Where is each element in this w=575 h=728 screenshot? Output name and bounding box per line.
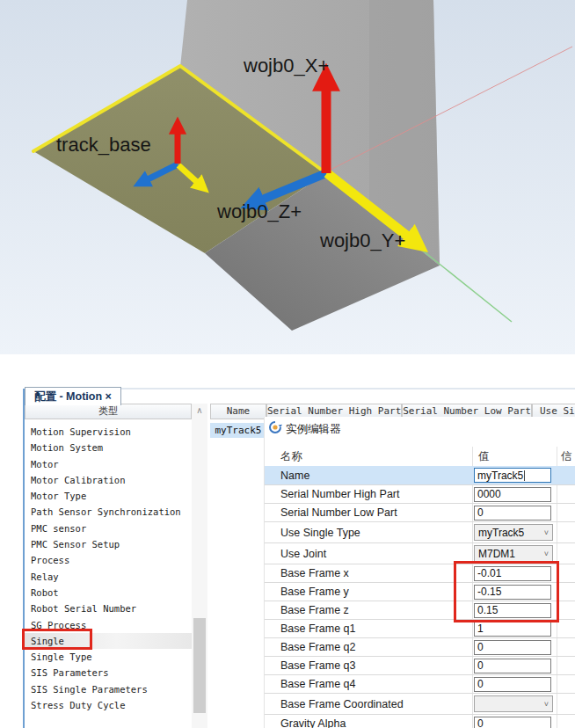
editor-row-base-frame-coordinated: Base Frame Coordinated˅	[265, 694, 575, 715]
editor-row-label: Serial Number High Part	[280, 488, 399, 500]
editor-row-label: Base Frame q3	[280, 659, 355, 672]
type-list-item-motor[interactable]: Motor	[25, 456, 192, 472]
type-list-item-motor-calibration[interactable]: Motor Calibration	[25, 472, 192, 488]
editor-row-base-frame-q1: Base Frame q11	[265, 620, 575, 638]
editor-row-label: Use Joint	[280, 548, 326, 560]
editor-select-use-joint[interactable]: M7DM1˅	[474, 545, 553, 562]
type-list-item-pmc-sensor-setup[interactable]: PMC Sensor Setup	[25, 536, 192, 552]
editor-select-use-single-type[interactable]: myTrack5˅	[474, 524, 553, 541]
editor-row-name: NamemyTrack5	[265, 466, 575, 485]
track-base-label: track_base	[56, 134, 151, 157]
instance-editor-title: 实例编辑器	[286, 422, 341, 437]
type-list-item-sis-parameters[interactable]: SIS Parameters	[25, 665, 192, 681]
editor-input-name[interactable]: myTrack5	[474, 468, 551, 483]
editor-input-base-frame-q3[interactable]: 0	[474, 659, 551, 673]
editor-row-label: Base Frame Coordinated	[280, 698, 404, 710]
input-value: 0	[477, 659, 484, 672]
editor-input-base-frame-q2[interactable]: 0	[474, 640, 551, 655]
input-value: 0	[477, 717, 484, 728]
editor-row-label: Name	[280, 470, 309, 482]
type-list: Motion SupervisionMotion SystemMotorMoto…	[25, 424, 192, 713]
editor-row-label: Base Frame q1	[280, 622, 355, 635]
editor-row-label: Base Frame q4	[280, 678, 355, 690]
editor-row-use-single-type: Use Single TypemyTrack5˅	[265, 522, 575, 543]
editor-row-base-frame-q2: Base Frame q20	[265, 638, 575, 657]
input-value: 0	[477, 641, 484, 653]
editor-row-label: Use Single Type	[280, 527, 360, 539]
editor-row-label: Serial Number Low Part	[280, 506, 397, 519]
type-list-item-motion-supervision[interactable]: Motion Supervision	[25, 424, 192, 440]
type-list-item-robot-serial-number[interactable]: Robot Serial Number	[25, 601, 192, 616]
editor-header-name: 名称	[280, 449, 302, 464]
type-list-item-pmc-sensor[interactable]: PMC sensor	[25, 521, 192, 536]
text-caret	[524, 470, 525, 481]
type-list-item-single-type[interactable]: Single Type	[25, 649, 192, 665]
chevron-down-icon: ˅	[544, 700, 549, 709]
editor-row-label: Gravity Alpha	[280, 717, 346, 728]
grid-cell-name[interactable]: myTrack5	[210, 423, 266, 438]
input-value: 0000	[477, 488, 501, 500]
grid-header-name[interactable]: Name	[210, 404, 266, 419]
type-list-item-stress-duty-cycle[interactable]: Stress Duty Cycle	[25, 697, 192, 713]
input-value: 1	[477, 622, 484, 635]
type-list-item-motor-type[interactable]: Motor Type	[25, 488, 192, 504]
select-value: myTrack5	[478, 527, 524, 539]
axis-label-y: wojb0_Y+	[320, 229, 405, 252]
3d-viewport[interactable]: track_base wojb0_X+ wojb0_Z+ wojb0_Y+	[0, 0, 575, 354]
type-list-item-process[interactable]: Process	[25, 552, 192, 568]
editor-row-label: Base Frame z	[280, 604, 349, 616]
axis-label-z: wojb0_Z+	[217, 200, 302, 223]
type-list-item-relay[interactable]: Relay	[25, 569, 192, 585]
select-value: M7DM1	[478, 548, 515, 560]
editor-row-gravity-alpha: Gravity Alpha0	[265, 715, 575, 728]
chevron-down-icon: ˅	[544, 550, 549, 558]
instance-editor: 实例编辑器 名称 值 信息 NamemyTrack5Serial Number …	[264, 417, 575, 728]
scrollbar-up-icon[interactable]: ∧	[192, 406, 207, 415]
chevron-down-icon: ˅	[544, 528, 549, 537]
editor-input-base-frame-q1[interactable]: 1	[474, 622, 551, 637]
editor-row-label: Base Frame y	[280, 586, 349, 598]
instance-editor-icon	[268, 420, 282, 434]
annotation-box-single	[22, 629, 92, 650]
type-list-item-motion-system[interactable]: Motion System	[25, 440, 192, 455]
editor-select-base-frame-coordinated[interactable]: ˅	[474, 695, 553, 712]
type-list-item-path-sensor-synchronization[interactable]: Path Sensor Synchronization	[25, 504, 192, 520]
type-column-header[interactable]: 类型	[25, 404, 192, 419]
type-list-item-sis-single-parameters[interactable]: SIS Single Parameters	[25, 681, 192, 697]
input-value: myTrack5	[477, 470, 523, 482]
editor-header-row: 名称 值 信息	[265, 447, 575, 467]
editor-input-base-frame-q4[interactable]: 0	[474, 677, 551, 692]
editor-header-value: 值	[478, 449, 490, 464]
input-value: 0	[477, 506, 484, 519]
editor-row-serial-number-high-part: Serial Number High Part0000	[265, 485, 575, 504]
editor-row-serial-number-low-part: Serial Number Low Part0	[265, 504, 575, 522]
screen: track_base wojb0_X+ wojb0_Z+ wojb0_Y+ 配置…	[0, 0, 575, 728]
axis-label-x: wojb0_X+	[244, 55, 329, 77]
scrollbar-thumb[interactable]	[193, 618, 206, 713]
editor-row-label: Base Frame q2	[280, 641, 355, 653]
editor-input-serial-number-high-part[interactable]: 0000	[474, 487, 551, 502]
editor-row-base-frame-q4: Base Frame q40	[265, 675, 575, 694]
editor-input-gravity-alpha[interactable]: 0	[474, 717, 551, 728]
editor-row-label: Base Frame x	[280, 567, 349, 579]
editor-row-base-frame-q3: Base Frame q30	[265, 657, 575, 675]
editor-input-serial-number-low-part[interactable]: 0	[474, 506, 551, 521]
input-value: 0	[477, 678, 484, 690]
tab-config-motion[interactable]: 配置 - Motion ×	[25, 387, 121, 405]
type-list-item-robot[interactable]: Robot	[25, 585, 192, 601]
annotation-box-base-frame-values	[454, 561, 559, 622]
3d-scene	[0, 0, 575, 354]
